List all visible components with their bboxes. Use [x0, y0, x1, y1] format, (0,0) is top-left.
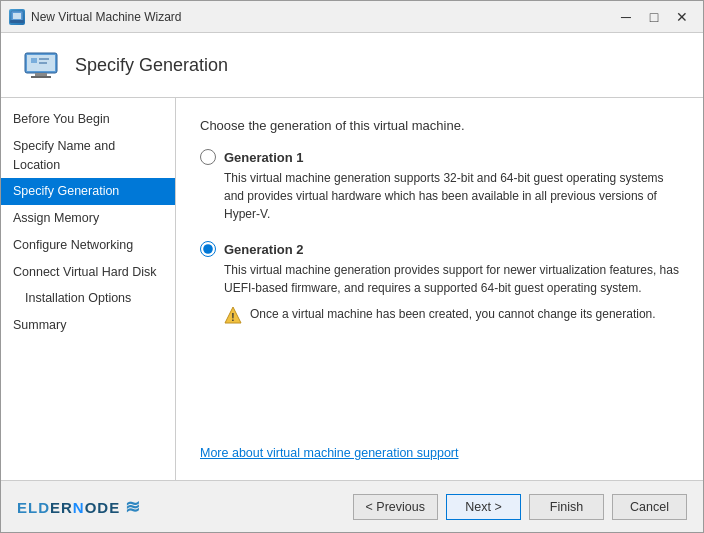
- warning-icon: !: [224, 306, 242, 324]
- svg-rect-7: [39, 62, 47, 64]
- window-icon: [9, 9, 25, 25]
- generation-2-text: Generation 2: [224, 242, 303, 257]
- page-title: Specify Generation: [75, 55, 228, 76]
- svg-rect-9: [31, 76, 51, 78]
- main-content: Choose the generation of this virtual ma…: [176, 98, 703, 480]
- more-info-link[interactable]: More about virtual machine generation su…: [200, 446, 458, 460]
- header-area: Specify Generation: [1, 33, 703, 98]
- logo: ELDERNODE ≋: [17, 496, 141, 518]
- generation-1-desc: This virtual machine generation supports…: [224, 169, 679, 223]
- generation-1-label[interactable]: Generation 1: [200, 149, 679, 165]
- svg-rect-2: [10, 20, 24, 23]
- choose-text: Choose the generation of this virtual ma…: [200, 118, 679, 133]
- sidebar-item-specify-name[interactable]: Specify Name and Location: [1, 133, 175, 179]
- footer: ELDERNODE ≋ < Previous Next > Finish Can…: [1, 480, 703, 532]
- svg-rect-1: [13, 13, 21, 19]
- generation-2-option: Generation 2 This virtual machine genera…: [200, 241, 679, 324]
- sidebar-item-connect-virtual-disk[interactable]: Connect Virtual Hard Disk: [1, 259, 175, 286]
- svg-rect-6: [39, 58, 49, 60]
- svg-rect-5: [31, 58, 37, 63]
- generation-2-desc: This virtual machine generation provides…: [224, 261, 679, 297]
- window-title: New Virtual Machine Wizard: [31, 10, 613, 24]
- sidebar-item-before-you-begin[interactable]: Before You Begin: [1, 106, 175, 133]
- finish-button[interactable]: Finish: [529, 494, 604, 520]
- sidebar-item-configure-networking[interactable]: Configure Networking: [1, 232, 175, 259]
- sidebar-item-assign-memory[interactable]: Assign Memory: [1, 205, 175, 232]
- header-icon: [21, 49, 61, 81]
- sidebar-item-specify-generation[interactable]: Specify Generation: [1, 178, 175, 205]
- close-button[interactable]: ✕: [669, 6, 695, 28]
- generation-1-option: Generation 1 This virtual machine genera…: [200, 149, 679, 231]
- warning-box: ! Once a virtual machine has been create…: [224, 305, 679, 324]
- previous-button[interactable]: < Previous: [353, 494, 438, 520]
- cancel-button[interactable]: Cancel: [612, 494, 687, 520]
- sidebar-item-summary[interactable]: Summary: [1, 312, 175, 339]
- maximize-button[interactable]: □: [641, 6, 667, 28]
- link-area: More about virtual machine generation su…: [200, 445, 679, 460]
- minimize-button[interactable]: ─: [613, 6, 639, 28]
- content-area: Before You Begin Specify Name and Locati…: [1, 98, 703, 480]
- next-button[interactable]: Next >: [446, 494, 521, 520]
- title-bar-controls: ─ □ ✕: [613, 6, 695, 28]
- window: New Virtual Machine Wizard ─ □ ✕ Specify…: [0, 0, 704, 533]
- generation-2-label[interactable]: Generation 2: [200, 241, 679, 257]
- title-bar: New Virtual Machine Wizard ─ □ ✕: [1, 1, 703, 33]
- generation-1-text: Generation 1: [224, 150, 303, 165]
- radio-group: Generation 1 This virtual machine genera…: [200, 149, 679, 334]
- sidebar-item-installation-options[interactable]: Installation Options: [1, 285, 175, 312]
- svg-text:!: !: [231, 312, 234, 323]
- warning-text: Once a virtual machine has been created,…: [250, 305, 656, 323]
- sidebar: Before You Begin Specify Name and Locati…: [1, 98, 176, 480]
- generation-1-radio[interactable]: [200, 149, 216, 165]
- generation-2-radio[interactable]: [200, 241, 216, 257]
- svg-rect-8: [35, 73, 47, 76]
- footer-left: ELDERNODE ≋: [17, 496, 345, 518]
